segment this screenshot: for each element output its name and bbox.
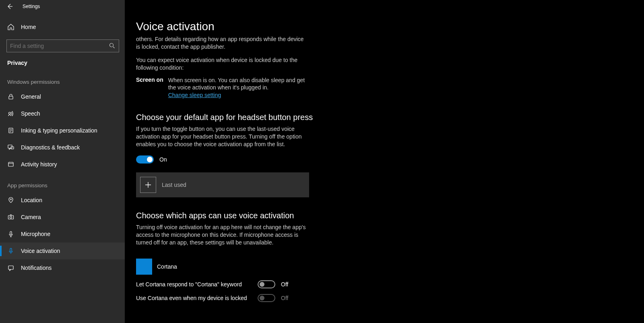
nav-label: Speech: [21, 110, 40, 117]
cortana-keyword-row: Let Cortana respond to "Cortana" keyword…: [136, 280, 628, 288]
svg-rect-9: [8, 215, 14, 219]
nav-label: Location: [21, 197, 42, 203]
apps-desc: Turning off voice activation for an app …: [136, 224, 313, 246]
nav-item-speech[interactable]: Speech: [0, 105, 125, 122]
svg-rect-13: [8, 266, 13, 269]
headset-toggle-row: On: [136, 155, 628, 164]
svg-rect-12: [10, 248, 12, 252]
cortana-locked-row: Use Cortana even when my device is locke…: [136, 294, 628, 302]
nav-item-voice-activation[interactable]: Voice activation: [0, 242, 125, 259]
cortana-keyword-label: Let Cortana respond to "Cortana" keyword: [136, 281, 249, 288]
nav-item-microphone[interactable]: Microphone: [0, 226, 125, 242]
svg-rect-11: [10, 232, 12, 235]
location-icon: [7, 197, 14, 204]
nav-item-inking-typing[interactable]: Inking & typing personalization: [0, 122, 125, 139]
nav-label: Camera: [21, 214, 41, 220]
group-header-windows-permissions: Windows permissions: [0, 69, 125, 88]
arrow-left-icon: [6, 3, 13, 10]
search-input[interactable]: [10, 43, 109, 49]
nav-label: Activity history: [21, 161, 57, 168]
headset-heading: Choose your default app for headset butt…: [136, 113, 628, 122]
screen-on-desc: When screen is on. You can also disable …: [168, 77, 305, 91]
search-icon: [109, 43, 116, 49]
nav-item-diagnostics[interactable]: Diagnostics & feedback: [0, 139, 125, 156]
page-title: Voice activation: [136, 20, 628, 33]
clipboard-icon: [7, 127, 14, 134]
svg-point-1: [110, 43, 114, 47]
screen-on-label: Screen on: [136, 77, 163, 83]
svg-point-8: [10, 199, 12, 200]
default-app-selector[interactable]: Last used: [136, 172, 309, 197]
nav-item-location[interactable]: Location: [0, 192, 125, 209]
nav-item-notifications[interactable]: Notifications: [0, 259, 125, 276]
lock-icon: [7, 93, 14, 100]
search-box[interactable]: [6, 39, 119, 52]
headset-desc: If you turn the toggle button on, you ca…: [136, 125, 309, 148]
screen-on-row: Screen on When screen is on. You can als…: [136, 77, 628, 99]
window-title: Settings: [23, 4, 40, 9]
cortana-locked-label: Use Cortana even when my device is locke…: [136, 295, 249, 301]
svg-rect-7: [8, 162, 13, 166]
titlebar: Settings: [0, 0, 644, 13]
headset-toggle-state: On: [159, 156, 167, 163]
intro-text-cut: others. For details regarding how an app…: [136, 35, 309, 51]
camera-icon: [7, 213, 14, 221]
nav-item-camera[interactable]: Camera: [0, 209, 125, 226]
apps-heading: Choose which apps can use voice activati…: [136, 211, 628, 220]
nav-label: General: [21, 93, 41, 100]
speech-icon: [7, 110, 14, 117]
svg-rect-2: [9, 96, 13, 99]
sleep-setting-link[interactable]: Change sleep setting: [168, 92, 221, 98]
microphone-icon: [7, 230, 14, 238]
cortana-header: Cortana: [136, 259, 628, 275]
cortana-locked-state: Off: [281, 295, 288, 301]
feedback-icon: [7, 144, 14, 151]
screen-on-text: When screen is on. You can also disable …: [168, 77, 313, 99]
home-icon: [7, 23, 14, 31]
cortana-keyword-toggle[interactable]: [258, 280, 275, 288]
nav-item-activity-history[interactable]: Activity history: [0, 156, 125, 173]
nav-label: Notifications: [21, 265, 52, 271]
svg-point-10: [10, 216, 12, 218]
cortana-icon: [136, 259, 152, 275]
home-label: Home: [21, 24, 36, 30]
nav-label: Inking & typing personalization: [21, 127, 97, 134]
group-header-app-permissions: App permissions: [0, 173, 125, 192]
nav-label: Microphone: [21, 231, 50, 237]
cortana-locked-toggle[interactable]: [258, 294, 275, 302]
nav-label: Voice activation: [21, 248, 60, 254]
nav-item-general[interactable]: General: [0, 88, 125, 105]
category-label: Privacy: [0, 52, 125, 69]
headset-toggle[interactable]: [136, 155, 154, 164]
nav-label: Diagnostics & feedback: [21, 144, 80, 151]
plus-icon: [140, 177, 156, 193]
default-app-label: Last used: [162, 182, 186, 188]
expect-text: You can expect voice activation when dev…: [136, 56, 309, 72]
voice-activation-icon: [7, 247, 14, 255]
notifications-icon: [7, 264, 14, 271]
cortana-name: Cortana: [157, 263, 177, 270]
sidebar: Home Privacy Windows permissions General…: [0, 0, 125, 323]
home-button[interactable]: Home: [0, 19, 125, 35]
svg-point-3: [9, 112, 11, 114]
back-button[interactable]: [0, 0, 19, 13]
cortana-keyword-state: Off: [281, 281, 288, 288]
history-icon: [7, 161, 14, 168]
cortana-block: Cortana Let Cortana respond to "Cortana"…: [136, 259, 628, 302]
main-content: Voice activation others. For details reg…: [125, 0, 644, 323]
